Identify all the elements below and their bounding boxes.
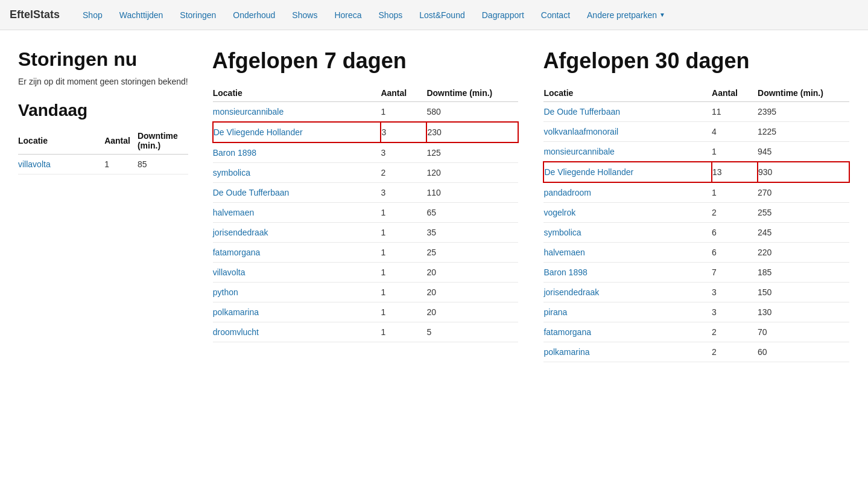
right-locatie[interactable]: Baron 1898 bbox=[543, 263, 712, 283]
nav-item-shop[interactable]: Shop bbox=[74, 0, 111, 30]
mid-locatie[interactable]: De Oude Tufferbaan bbox=[213, 183, 381, 203]
right-table-wrapper: Locatie Aantal Downtime (min.) De Oude T… bbox=[543, 85, 850, 362]
right-aantal: 2 bbox=[712, 322, 758, 342]
mid-locatie[interactable]: halvemaen bbox=[213, 203, 381, 223]
right-aantal: 1 bbox=[712, 142, 758, 162]
mid-aantal: 3 bbox=[381, 122, 426, 142]
right-aantal: 3 bbox=[712, 283, 758, 302]
right-locatie[interactable]: symbolica bbox=[543, 223, 712, 243]
right-locatie[interactable]: fatamorgana bbox=[543, 322, 712, 342]
vandaag-table-wrapper: Locatie Aantal Downtime (min.) villavolt… bbox=[18, 127, 188, 174]
right-locatie[interactable]: halvemaen bbox=[543, 243, 712, 263]
mid-locatie[interactable]: python bbox=[213, 283, 381, 302]
table-row: De Oude Tufferbaan 3 110 bbox=[213, 183, 519, 203]
vandaag-table: Locatie Aantal Downtime (min.) villavolt… bbox=[18, 127, 188, 174]
table-row: symbolica 6 245 bbox=[543, 223, 849, 243]
right-aantal: 7 bbox=[712, 263, 758, 283]
mid-downtime: 230 bbox=[426, 122, 518, 142]
right-header-downtime: Downtime (min.) bbox=[758, 85, 849, 102]
right-locatie[interactable]: pirana bbox=[543, 302, 712, 322]
mid-downtime: 20 bbox=[426, 263, 518, 283]
nav-item-storingen[interactable]: Storingen bbox=[171, 0, 224, 30]
brand-logo[interactable]: EftelStats bbox=[10, 8, 60, 21]
afgelopen-30-title: Afgelopen 30 dagen bbox=[543, 48, 850, 74]
vandaag-header-aantal: Aantal bbox=[104, 127, 138, 155]
mid-aantal: 1 bbox=[381, 243, 426, 263]
mid-downtime: 5 bbox=[426, 322, 518, 342]
right-locatie[interactable]: jorisendedraak bbox=[543, 283, 712, 302]
right-downtime: 1225 bbox=[758, 122, 849, 142]
right-locatie[interactable]: volkvanlaafmonorail bbox=[543, 122, 712, 142]
dropdown-arrow-icon: ▼ bbox=[659, 0, 665, 30]
right-downtime: 930 bbox=[758, 162, 849, 182]
mid-column: Afgelopen 7 dagen Locatie Aantal Downtim… bbox=[212, 48, 519, 342]
table-row: monsieurcannibale 1 580 bbox=[213, 102, 519, 123]
nav-item-andere-pretparken[interactable]: Andere pretparken ▼ bbox=[578, 0, 674, 30]
right-downtime: 220 bbox=[758, 243, 849, 263]
mid-downtime: 35 bbox=[426, 223, 518, 243]
table-row: De Vliegende Hollander 3 230 bbox=[213, 122, 519, 142]
table-row: python 1 20 bbox=[213, 283, 519, 302]
mid-aantal: 3 bbox=[381, 142, 426, 163]
table-row: polkamarina 1 20 bbox=[213, 302, 519, 322]
nav-menu: ShopWachttijdenStoringenOnderhoudShowsHo… bbox=[74, 0, 674, 30]
nav-item-dagrapport[interactable]: Dagrapport bbox=[474, 0, 533, 30]
mid-locatie[interactable]: villavolta bbox=[213, 263, 381, 283]
right-header-locatie: Locatie bbox=[543, 85, 712, 102]
mid-table: Locatie Aantal Downtime (min.) monsieurc… bbox=[212, 85, 519, 342]
mid-downtime: 65 bbox=[426, 203, 518, 223]
right-aantal: 2 bbox=[712, 203, 758, 223]
table-row: volkvanlaafmonorail 4 1225 bbox=[543, 122, 849, 142]
mid-locatie[interactable]: monsieurcannibale bbox=[213, 102, 381, 123]
nav-item-lost-found[interactable]: Lost&Found bbox=[411, 0, 474, 30]
table-row: droomvlucht 1 5 bbox=[213, 322, 519, 342]
mid-table-wrapper: Locatie Aantal Downtime (min.) monsieurc… bbox=[212, 85, 519, 342]
mid-downtime: 120 bbox=[426, 163, 518, 183]
vandaag-header-downtime: Downtime (min.) bbox=[138, 127, 188, 155]
right-downtime: 185 bbox=[758, 263, 849, 283]
nav-item-onderhoud[interactable]: Onderhoud bbox=[224, 0, 284, 30]
vandaag-downtime: 85 bbox=[138, 155, 188, 174]
mid-locatie[interactable]: fatamorgana bbox=[213, 243, 381, 263]
mid-locatie[interactable]: De Vliegende Hollander bbox=[213, 122, 381, 142]
right-downtime: 255 bbox=[758, 203, 849, 223]
right-downtime: 60 bbox=[758, 342, 849, 362]
right-locatie[interactable]: polkamarina bbox=[543, 342, 712, 362]
right-aantal: 6 bbox=[712, 223, 758, 243]
nav-dropdown-andere[interactable]: Andere pretparken ▼ bbox=[587, 0, 665, 30]
table-row: Baron 1898 3 125 bbox=[213, 142, 519, 163]
nav-item-contact[interactable]: Contact bbox=[533, 0, 578, 30]
table-row: fatamorgana 1 25 bbox=[213, 243, 519, 263]
nav-item-horeca[interactable]: Horeca bbox=[326, 0, 370, 30]
nav-item-shows[interactable]: Shows bbox=[284, 0, 326, 30]
mid-locatie[interactable]: jorisendedraak bbox=[213, 223, 381, 243]
mid-downtime: 25 bbox=[426, 243, 518, 263]
mid-aantal: 1 bbox=[381, 322, 426, 342]
right-downtime: 270 bbox=[758, 182, 849, 203]
table-row: symbolica 2 120 bbox=[213, 163, 519, 183]
right-locatie[interactable]: monsieurcannibale bbox=[543, 142, 712, 162]
mid-aantal: 1 bbox=[381, 102, 426, 123]
mid-locatie[interactable]: polkamarina bbox=[213, 302, 381, 322]
right-downtime: 150 bbox=[758, 283, 849, 302]
mid-downtime: 20 bbox=[426, 302, 518, 322]
no-storingen-message: Er zijn op dit moment geen storingen bek… bbox=[18, 77, 188, 86]
vandaag-title: Vandaag bbox=[18, 101, 188, 120]
mid-locatie[interactable]: Baron 1898 bbox=[213, 142, 381, 163]
mid-aantal: 3 bbox=[381, 183, 426, 203]
table-row: halvemaen 1 65 bbox=[213, 203, 519, 223]
right-locatie[interactable]: pandadroom bbox=[543, 182, 712, 203]
right-aantal: 11 bbox=[712, 102, 758, 122]
mid-aantal: 1 bbox=[381, 302, 426, 322]
table-row: Baron 1898 7 185 bbox=[543, 263, 849, 283]
right-aantal: 1 bbox=[712, 182, 758, 203]
mid-locatie[interactable]: droomvlucht bbox=[213, 322, 381, 342]
nav-item-shops[interactable]: Shops bbox=[370, 0, 411, 30]
vandaag-locatie[interactable]: villavolta bbox=[18, 155, 104, 174]
right-locatie[interactable]: vogelrok bbox=[543, 203, 712, 223]
mid-locatie[interactable]: symbolica bbox=[213, 163, 381, 183]
right-locatie[interactable]: De Vliegende Hollander bbox=[543, 162, 712, 182]
right-aantal: 6 bbox=[712, 243, 758, 263]
nav-item-wachttijden[interactable]: Wachttijden bbox=[111, 0, 172, 30]
right-locatie[interactable]: De Oude Tufferbaan bbox=[543, 102, 712, 122]
